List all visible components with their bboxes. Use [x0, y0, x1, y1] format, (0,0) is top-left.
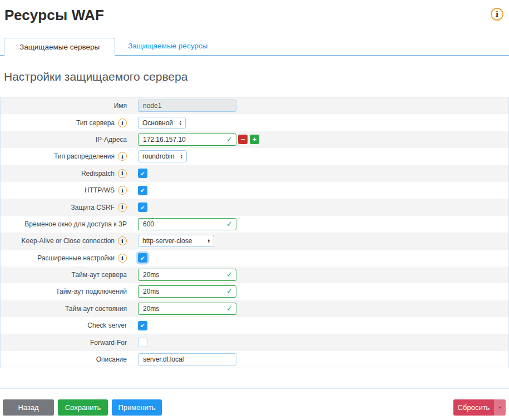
server-type-select[interactable]: Основной ▲▼ — [138, 117, 186, 129]
form-row-csrf: Защита CSRF i ✔ — [1, 199, 508, 215]
info-icon[interactable]: i — [118, 203, 127, 212]
info-icon[interactable]: i — [118, 169, 127, 178]
check-icon: ✔ — [140, 187, 145, 194]
remove-ip-button[interactable]: − — [238, 135, 248, 144]
caret-down-icon: ▼ — [498, 406, 502, 409]
access-time-window-field[interactable] — [138, 218, 236, 230]
form-row-server-type: Тип сервера i Основной ▲▼ — [1, 114, 508, 131]
tab-protected-resources[interactable]: Защищаемые ресурсы — [115, 37, 220, 55]
status-timeout-field[interactable] — [138, 303, 236, 315]
ip-addresses-label: IP-Адреса — [1, 136, 127, 144]
section-heading: Настройки защищаемого сервера — [4, 70, 509, 83]
check-icon: ✔ — [140, 170, 145, 177]
advanced-settings-checkbox[interactable]: ✔ — [138, 253, 147, 263]
tab-protected-servers[interactable]: Защищаемые серверы — [4, 38, 115, 56]
footer-actions: Назад Сохранить Применить Сбросить ▼ — [0, 389, 509, 416]
page-header: Ресурсы WAF i — [0, 0, 509, 24]
form-row-name: Имя — [1, 97, 508, 114]
balance-type-select[interactable]: roundrobin ▲▼ — [138, 150, 187, 162]
back-button[interactable]: Назад — [3, 399, 54, 416]
description-label: Описание — [1, 355, 127, 363]
form-row-advanced: Расширенные настройки i ✔ — [1, 250, 508, 266]
server-timeout-field[interactable] — [138, 269, 236, 281]
http-ws-checkbox[interactable]: ✔ — [138, 186, 147, 195]
check-server-label: Check server — [1, 322, 127, 329]
connect-timeout-field[interactable] — [138, 285, 236, 298]
select-arrows-icon: ▲▼ — [180, 154, 182, 159]
check-icon: ✔ — [140, 322, 145, 329]
select-arrows-icon: ▲▼ — [179, 120, 182, 125]
form-row-balance-type: Тип распределения i roundrobin ▲▼ — [1, 148, 508, 165]
server-settings-form: Имя Тип сервера i Основной ▲▼ IP-Адреса … — [0, 97, 509, 368]
http-ws-label: HTTP/WS i — [1, 186, 127, 195]
form-row-check-server: Check server ✔ — [1, 317, 508, 334]
info-icon[interactable]: i — [118, 254, 127, 263]
balance-type-label: Тип распределения i — [1, 152, 127, 161]
add-ip-button[interactable]: + — [250, 135, 259, 144]
form-row-access-window: Временое окно для доступа к ЗР ✓ — [1, 216, 508, 233]
csrf-label: Защита CSRF i — [1, 203, 127, 212]
form-row-forward-for: Forward-For — [1, 334, 508, 350]
form-row-http-ws: HTTP/WS i ✔ — [1, 182, 508, 199]
apply-button[interactable]: Применить — [112, 399, 162, 416]
info-icon[interactable]: i — [118, 236, 127, 245]
form-row-ip-addresses: IP-Адреса ✓ − + — [1, 131, 508, 148]
access-window-label: Временое окно для доступа к ЗР — [1, 220, 127, 228]
reset-dropdown-toggle[interactable]: ▼ — [494, 399, 506, 416]
server-type-label: Тип сервера i — [1, 118, 127, 127]
connect-timeout-label: Тайм-аут подключений — [1, 288, 127, 295]
forward-for-checkbox[interactable] — [138, 338, 147, 347]
status-timeout-label: Тайм-аут состояния — [1, 305, 127, 313]
form-row-status-timeout: Тайм-аут состояния ✓ — [1, 300, 508, 317]
csrf-protection-checkbox[interactable]: ✔ — [138, 202, 147, 212]
page-title: Ресурсы WAF — [4, 7, 104, 24]
name-field[interactable] — [138, 100, 236, 112]
info-icon[interactable]: i — [118, 186, 127, 195]
form-row-server-timeout: Тайм-аут сервера ✓ — [1, 266, 508, 283]
forward-for-label: Forward-For — [1, 339, 127, 347]
save-button[interactable]: Сохранить — [58, 399, 108, 416]
server-timeout-label: Тайм-аут сервера — [1, 271, 127, 279]
redispatch-label: Redispatch i — [1, 169, 127, 178]
description-field[interactable] — [138, 353, 236, 365]
name-label: Имя — [1, 102, 127, 110]
reset-button[interactable]: Сбросить — [453, 399, 494, 416]
check-server-checkbox[interactable]: ✔ — [138, 321, 147, 330]
form-row-redispatch: Redispatch i ✔ — [1, 165, 508, 182]
redispatch-checkbox[interactable]: ✔ — [138, 169, 147, 178]
ip-address-field[interactable] — [138, 134, 236, 146]
advanced-settings-label: Расширенные настройки i — [1, 254, 127, 263]
check-icon: ✔ — [140, 255, 145, 261]
keepalive-close-select[interactable]: http-server-close ▲▼ — [138, 235, 214, 247]
info-icon[interactable]: i — [491, 8, 503, 21]
reset-split-button: Сбросить ▼ — [453, 399, 506, 416]
form-row-connect-timeout: Тайм-аут подключений ✓ — [1, 283, 508, 300]
check-icon: ✔ — [140, 204, 145, 211]
select-arrows-icon: ▲▼ — [207, 239, 210, 244]
form-row-keepalive: Keep-Alive or Close connection i http-se… — [1, 233, 508, 249]
tab-bar: Защищаемые серверы Защищаемые ресурсы — [0, 37, 509, 56]
keepalive-label: Keep-Alive or Close connection i — [1, 236, 127, 245]
form-row-description: Описание — [1, 351, 508, 368]
info-icon[interactable]: i — [118, 118, 127, 127]
info-icon[interactable]: i — [118, 152, 127, 161]
